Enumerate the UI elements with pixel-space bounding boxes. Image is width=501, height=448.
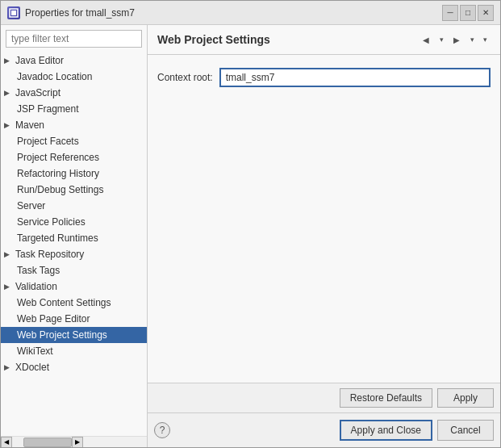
panel-header: Web Project Settings ◀ ▾ ▶ ▾ ▾ [148, 25, 500, 55]
expand-arrow-xdoclet: ▶ [4, 363, 15, 371]
apply-bar: Restore Defaults Apply [148, 383, 500, 412]
sidebar-item-xdoclet[interactable]: ▶XDoclet [1, 359, 147, 375]
sidebar-item-label-service-policies: Service Policies [17, 216, 86, 228]
sidebar-item-validation[interactable]: ▶Validation [1, 278, 147, 295]
sidebar-item-javascript[interactable]: ▶JavaScript [1, 85, 147, 101]
back-button[interactable]: ◀ [418, 31, 434, 48]
sidebar-item-label-javadoc-location: Javadoc Location [17, 71, 92, 82]
sidebar-item-project-facets[interactable]: Project Facets [1, 133, 147, 149]
sidebar-item-label-targeted-runtimes: Targeted Runtimes [17, 232, 98, 244]
sidebar-item-server[interactable]: Server [1, 198, 147, 214]
properties-window: Properties for tmall_ssm7 ─ □ ✕ ▶Java Ed… [0, 0, 501, 448]
panel-title: Web Project Settings [157, 33, 418, 46]
menu-dropdown-button[interactable]: ▾ [479, 31, 491, 48]
cancel-button[interactable]: Cancel [437, 420, 494, 441]
tree-scroll-wrapper: ▶Java EditorJavadoc Location▶JavaScriptJ… [1, 52, 147, 447]
sidebar-item-web-content-settings[interactable]: Web Content Settings [1, 295, 147, 311]
right-panel: Web Project Settings ◀ ▾ ▶ ▾ ▾ Context r… [148, 25, 500, 447]
sidebar-item-run-debug-settings[interactable]: Run/Debug Settings [1, 182, 147, 198]
sidebar-item-label-java-editor: Java Editor [15, 55, 64, 66]
sidebar-item-javadoc-location[interactable]: Javadoc Location [1, 69, 147, 85]
expand-arrow-task-repository: ▶ [4, 250, 15, 258]
window-icon [7, 6, 20, 19]
svg-rect-1 [11, 10, 16, 15]
main-content: ▶Java EditorJavadoc Location▶JavaScriptJ… [1, 25, 500, 447]
sidebar-item-maven[interactable]: ▶Maven [1, 117, 147, 133]
expand-arrow-maven: ▶ [4, 121, 15, 129]
sidebar-wrapper: ▶Java EditorJavadoc Location▶JavaScriptJ… [1, 52, 147, 447]
nav-buttons: ◀ ▾ ▶ ▾ ▾ [418, 31, 491, 48]
sidebar-item-label-validation: Validation [15, 281, 57, 292]
apply-button[interactable]: Apply [437, 388, 494, 408]
sidebar-item-targeted-runtimes[interactable]: Targeted Runtimes [1, 230, 147, 246]
sidebar-item-label-server: Server [17, 200, 45, 211]
sidebar-item-refactoring-history[interactable]: Refactoring History [1, 165, 147, 182]
back-dropdown-button[interactable]: ▾ [436, 31, 447, 48]
sidebar-item-label-web-content-settings: Web Content Settings [17, 297, 111, 308]
sidebar-item-label-wikitext: WikiText [17, 345, 53, 357]
sidebar-item-label-refactoring-history: Refactoring History [17, 168, 99, 179]
help-button[interactable]: ? [154, 422, 170, 438]
expand-arrow-validation: ▶ [4, 283, 15, 291]
sidebar-item-label-run-debug-settings: Run/Debug Settings [17, 184, 103, 195]
scroll-left-button[interactable]: ◀ [1, 437, 12, 448]
expand-arrow-java-editor: ▶ [4, 57, 15, 65]
sidebar-item-label-jsp-fragment: JSP Fragment [17, 103, 78, 115]
apply-and-close-button[interactable]: Apply and Close [340, 420, 432, 441]
context-root-label: Context root: [157, 72, 213, 83]
dialog-buttons: Apply and Close Cancel [340, 420, 494, 441]
window-controls: ─ □ ✕ [442, 5, 494, 21]
window-title: Properties for tmall_ssm7 [25, 7, 442, 19]
sidebar-bottom-scrollbar: ◀ ▶ [1, 436, 147, 447]
panel-content: Context root: [148, 55, 500, 383]
sidebar-item-label-project-facets: Project Facets [17, 136, 79, 147]
close-button[interactable]: ✕ [478, 5, 494, 21]
expand-arrow-javascript: ▶ [4, 89, 15, 97]
sidebar-item-label-task-tags: Task Tags [17, 265, 60, 276]
sidebar: ▶Java EditorJavadoc Location▶JavaScriptJ… [1, 25, 148, 447]
sidebar-item-web-project-settings[interactable]: Web Project Settings [1, 327, 147, 343]
bottom-buttons-row: ? Apply and Close Cancel [148, 412, 500, 447]
sidebar-item-task-repository[interactable]: ▶Task Repository [1, 246, 147, 262]
sidebar-item-web-page-editor[interactable]: Web Page Editor [1, 311, 147, 327]
sidebar-item-service-policies[interactable]: Service Policies [1, 214, 147, 230]
sidebar-item-label-javascript: JavaScript [15, 87, 61, 98]
minimize-button[interactable]: ─ [442, 5, 458, 21]
context-root-input[interactable] [219, 68, 491, 87]
title-bar: Properties for tmall_ssm7 ─ □ ✕ [1, 1, 500, 25]
forward-dropdown-button[interactable]: ▾ [466, 31, 478, 48]
filter-input[interactable] [6, 30, 142, 48]
restore-defaults-button[interactable]: Restore Defaults [340, 388, 432, 408]
scroll-right-button[interactable]: ▶ [72, 437, 83, 448]
sidebar-item-wikitext[interactable]: WikiText [1, 343, 147, 359]
sidebar-item-label-web-page-editor: Web Page Editor [17, 313, 90, 324]
sidebar-item-label-xdoclet: XDoclet [15, 362, 49, 373]
sidebar-item-label-project-references: Project References [17, 152, 99, 163]
sidebar-item-project-references[interactable]: Project References [1, 149, 147, 165]
sidebar-item-label-task-repository: Task Repository [15, 249, 84, 260]
forward-button[interactable]: ▶ [449, 31, 465, 48]
sidebar-item-label-web-project-settings: Web Project Settings [17, 329, 107, 341]
horizontal-scrollbar-thumb[interactable] [23, 438, 72, 447]
sidebar-item-task-tags[interactable]: Task Tags [1, 262, 147, 278]
tree-container: ▶Java EditorJavadoc Location▶JavaScriptJ… [1, 52, 147, 436]
sidebar-item-java-editor[interactable]: ▶Java Editor [1, 52, 147, 69]
context-root-row: Context root: [157, 68, 491, 87]
sidebar-item-jsp-fragment[interactable]: JSP Fragment [1, 101, 147, 117]
sidebar-item-label-maven: Maven [15, 119, 44, 131]
maximize-button[interactable]: □ [460, 5, 476, 21]
